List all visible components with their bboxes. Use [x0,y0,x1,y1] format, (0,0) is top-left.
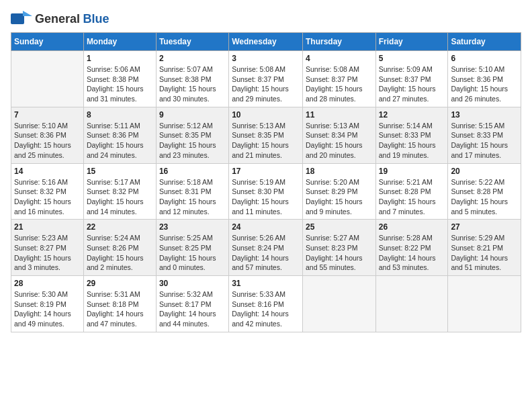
calendar-cell: 10Sunrise: 5:13 AMSunset: 8:35 PMDayligh… [229,107,303,163]
day-info: Sunrise: 5:33 AMSunset: 8:16 PMDaylight:… [232,289,300,329]
day-info: Sunrise: 5:16 AMSunset: 8:32 PMDaylight:… [14,177,81,217]
calendar-header-monday: Monday [83,33,156,51]
day-info: Sunrise: 5:13 AMSunset: 8:34 PMDaylight:… [306,121,373,161]
day-info: Sunrise: 5:10 AMSunset: 8:36 PMDaylight:… [451,64,518,104]
calendar-cell: 18Sunrise: 5:20 AMSunset: 8:29 PMDayligh… [302,163,375,220]
day-number: 29 [87,279,153,288]
calendar-week-row: 21Sunrise: 5:23 AMSunset: 8:27 PMDayligh… [11,220,521,276]
day-number: 27 [451,222,518,232]
day-info: Sunrise: 5:27 AMSunset: 8:23 PMDaylight:… [306,233,373,273]
day-info: Sunrise: 5:13 AMSunset: 8:35 PMDaylight:… [232,121,300,161]
calendar-cell: 1Sunrise: 5:06 AMSunset: 8:38 PMDaylight… [83,51,156,107]
calendar-cell: 28Sunrise: 5:30 AMSunset: 8:19 PMDayligh… [11,276,84,332]
calendar-cell: 19Sunrise: 5:21 AMSunset: 8:28 PMDayligh… [375,163,448,220]
day-info: Sunrise: 5:21 AMSunset: 8:28 PMDaylight:… [379,177,445,217]
day-number: 1 [87,54,153,63]
day-number: 3 [232,54,300,63]
day-info: Sunrise: 5:11 AMSunset: 8:36 PMDaylight:… [87,121,153,161]
day-info: Sunrise: 5:24 AMSunset: 8:26 PMDaylight:… [87,233,153,273]
day-info: Sunrise: 5:07 AMSunset: 8:38 PMDaylight:… [159,64,226,104]
day-number: 15 [87,167,153,176]
day-info: Sunrise: 5:19 AMSunset: 8:30 PMDaylight:… [232,177,300,217]
calendar-cell [375,276,448,332]
calendar-header-thursday: Thursday [302,33,375,51]
day-number: 2 [159,54,226,63]
calendar-week-row: 1Sunrise: 5:06 AMSunset: 8:38 PMDaylight… [11,51,521,107]
calendar-header-friday: Friday [375,33,448,51]
day-info: Sunrise: 5:17 AMSunset: 8:32 PMDaylight:… [87,177,153,217]
logo-general: General [35,12,80,26]
day-info: Sunrise: 5:08 AMSunset: 8:37 PMDaylight:… [306,64,373,104]
calendar-cell [11,51,84,107]
calendar-cell: 30Sunrise: 5:32 AMSunset: 8:17 PMDayligh… [156,276,228,332]
calendar-cell [302,276,375,332]
calendar-cell: 6Sunrise: 5:10 AMSunset: 8:36 PMDaylight… [448,51,521,107]
calendar-cell: 21Sunrise: 5:23 AMSunset: 8:27 PMDayligh… [11,220,84,276]
day-number: 21 [14,222,81,232]
calendar-cell: 15Sunrise: 5:17 AMSunset: 8:32 PMDayligh… [83,163,156,220]
day-number: 12 [379,110,445,120]
day-number: 25 [306,222,373,232]
day-info: Sunrise: 5:15 AMSunset: 8:33 PMDaylight:… [451,121,518,161]
calendar-cell: 9Sunrise: 5:12 AMSunset: 8:35 PMDaylight… [156,107,228,163]
day-number: 6 [451,54,518,63]
calendar-header-sunday: Sunday [11,33,84,51]
day-number: 31 [232,279,300,288]
day-number: 13 [451,110,518,120]
calendar-cell: 27Sunrise: 5:29 AMSunset: 8:21 PMDayligh… [448,220,521,276]
day-info: Sunrise: 5:14 AMSunset: 8:33 PMDaylight:… [379,121,445,161]
day-info: Sunrise: 5:10 AMSunset: 8:36 PMDaylight:… [14,121,81,161]
svg-marker-1 [23,11,32,16]
day-number: 5 [379,54,445,63]
day-number: 22 [87,222,153,232]
calendar-week-row: 14Sunrise: 5:16 AMSunset: 8:32 PMDayligh… [11,163,521,220]
calendar-cell: 3Sunrise: 5:08 AMSunset: 8:37 PMDaylight… [229,51,303,107]
calendar-cell: 7Sunrise: 5:10 AMSunset: 8:36 PMDaylight… [11,107,84,163]
calendar-header-row: SundayMondayTuesdayWednesdayThursdayFrid… [11,33,521,51]
day-info: Sunrise: 5:20 AMSunset: 8:29 PMDaylight:… [306,177,373,217]
day-info: Sunrise: 5:22 AMSunset: 8:28 PMDaylight:… [451,177,518,217]
day-number: 19 [379,167,445,176]
calendar-cell: 26Sunrise: 5:28 AMSunset: 8:22 PMDayligh… [375,220,448,276]
logo: General Blue [11,11,109,27]
day-info: Sunrise: 5:12 AMSunset: 8:35 PMDaylight:… [159,121,226,161]
day-number: 28 [14,279,81,288]
day-number: 23 [159,222,226,232]
calendar-cell: 25Sunrise: 5:27 AMSunset: 8:23 PMDayligh… [302,220,375,276]
logo-blue: Blue [83,12,109,26]
calendar-header-tuesday: Tuesday [156,33,228,51]
calendar-cell: 2Sunrise: 5:07 AMSunset: 8:38 PMDaylight… [156,51,228,107]
calendar-cell: 24Sunrise: 5:26 AMSunset: 8:24 PMDayligh… [229,220,303,276]
day-info: Sunrise: 5:25 AMSunset: 8:25 PMDaylight:… [159,233,226,273]
calendar-cell: 8Sunrise: 5:11 AMSunset: 8:36 PMDaylight… [83,107,156,163]
day-number: 26 [379,222,445,232]
day-number: 10 [232,110,300,120]
day-info: Sunrise: 5:09 AMSunset: 8:37 PMDaylight:… [379,64,445,104]
day-number: 14 [14,167,81,176]
calendar-cell [448,276,521,332]
day-info: Sunrise: 5:28 AMSunset: 8:22 PMDaylight:… [379,233,445,273]
day-info: Sunrise: 5:08 AMSunset: 8:37 PMDaylight:… [232,64,300,104]
calendar-cell: 20Sunrise: 5:22 AMSunset: 8:28 PMDayligh… [448,163,521,220]
day-info: Sunrise: 5:23 AMSunset: 8:27 PMDaylight:… [14,233,81,273]
calendar-cell: 12Sunrise: 5:14 AMSunset: 8:33 PMDayligh… [375,107,448,163]
calendar-table: SundayMondayTuesdayWednesdayThursdayFrid… [11,32,521,332]
calendar-week-row: 7Sunrise: 5:10 AMSunset: 8:36 PMDaylight… [11,107,521,163]
day-info: Sunrise: 5:32 AMSunset: 8:17 PMDaylight:… [159,289,226,329]
day-info: Sunrise: 5:06 AMSunset: 8:38 PMDaylight:… [87,64,153,104]
svg-rect-0 [11,13,24,24]
logo-icon [11,11,32,27]
day-number: 4 [306,54,373,63]
calendar-cell: 31Sunrise: 5:33 AMSunset: 8:16 PMDayligh… [229,276,303,332]
header: General Blue [11,11,521,27]
calendar-cell: 23Sunrise: 5:25 AMSunset: 8:25 PMDayligh… [156,220,228,276]
calendar-cell: 16Sunrise: 5:18 AMSunset: 8:31 PMDayligh… [156,163,228,220]
day-info: Sunrise: 5:30 AMSunset: 8:19 PMDaylight:… [14,289,81,329]
calendar-header-saturday: Saturday [448,33,521,51]
day-info: Sunrise: 5:18 AMSunset: 8:31 PMDaylight:… [159,177,226,217]
day-number: 8 [87,110,153,120]
calendar-week-row: 28Sunrise: 5:30 AMSunset: 8:19 PMDayligh… [11,276,521,332]
day-number: 24 [232,222,300,232]
calendar-cell: 11Sunrise: 5:13 AMSunset: 8:34 PMDayligh… [302,107,375,163]
calendar-cell: 22Sunrise: 5:24 AMSunset: 8:26 PMDayligh… [83,220,156,276]
